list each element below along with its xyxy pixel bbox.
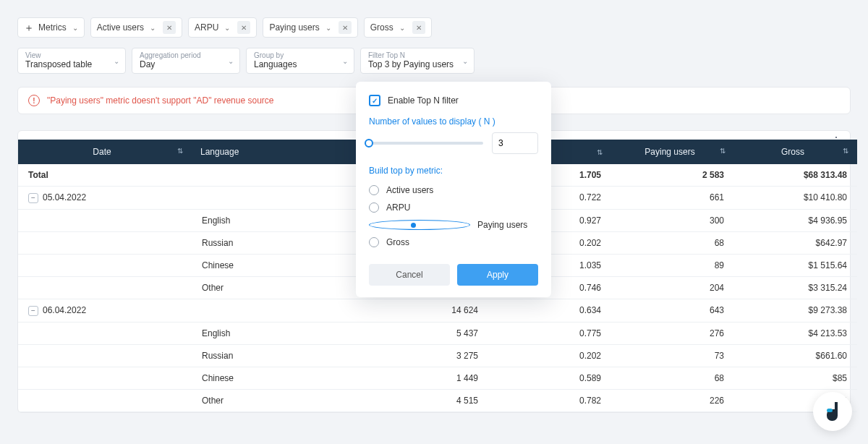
table-row: Russian3 2750.20273$661.60 xyxy=(18,344,857,367)
cell-gross: $85 xyxy=(734,367,857,389)
metric-label: Build top by metric: xyxy=(369,166,538,176)
radio-option[interactable]: Gross xyxy=(369,234,538,251)
close-icon[interactable]: ✕ xyxy=(412,21,425,34)
group-select[interactable]: Group by Languages ⌄ xyxy=(246,48,354,74)
cell-date xyxy=(18,276,192,299)
radio-label: Gross xyxy=(386,237,409,247)
collapse-icon[interactable]: − xyxy=(28,193,38,203)
chevron-down-icon: ⌄ xyxy=(462,57,468,65)
chevron-down-icon: ⌄ xyxy=(342,57,348,65)
enable-checkbox[interactable]: ✓ xyxy=(369,95,380,106)
cell-date xyxy=(18,389,192,411)
cell-language xyxy=(192,299,365,322)
chevron-down-icon: ⌄ xyxy=(114,57,119,65)
slider-knob[interactable] xyxy=(365,139,373,148)
cell-paying-users: 68 xyxy=(611,367,734,389)
cell-paying-users: 89 xyxy=(611,254,734,276)
cell-paying-users: 276 xyxy=(611,322,734,344)
cell-paying-users: 68 xyxy=(611,231,734,254)
close-icon[interactable]: ✕ xyxy=(339,21,352,34)
cell-language: Chinese xyxy=(192,254,365,276)
cell-gross: $4 936.95 xyxy=(734,209,857,231)
cell-paying-users: 2 583 xyxy=(611,164,734,187)
radio-icon[interactable] xyxy=(369,202,379,213)
table-row: −06.04.202214 6240.634643$9 273.38 xyxy=(18,299,857,322)
filter-select[interactable]: Filter Top N Top 3 by Paying users ⌄ xyxy=(360,48,475,74)
sort-icon: ⇅ xyxy=(597,148,603,156)
sort-icon: ⇅ xyxy=(720,147,726,155)
radio-label: Active users xyxy=(386,185,433,195)
metrics-label: Metrics xyxy=(38,22,67,33)
chevron-down-icon: ⌄ xyxy=(326,24,331,32)
cell-date xyxy=(18,254,192,276)
radio-icon[interactable] xyxy=(369,220,470,230)
radio-option[interactable]: Paying users xyxy=(369,216,538,234)
radio-option[interactable]: ARPU xyxy=(369,199,538,216)
cell-gross: $642.97 xyxy=(734,231,857,254)
period-select[interactable]: Aggregation period Day ⌄ xyxy=(132,48,240,74)
add-metric-button[interactable]: ＋ Metrics ⌄ xyxy=(17,17,85,38)
collapse-icon[interactable]: − xyxy=(28,306,38,316)
metric-chip-paying-users[interactable]: Paying users ⌄ ✕ xyxy=(263,17,357,38)
cancel-button[interactable]: Cancel xyxy=(369,264,450,286)
chevron-down-icon: ⌄ xyxy=(399,24,405,32)
cell-arpu: 0.202 xyxy=(488,344,611,367)
top-n-popover: ✓ Enable Top N filter Number of values t… xyxy=(356,82,551,297)
col-date[interactable]: Date⇅ xyxy=(18,140,192,164)
logo-icon xyxy=(822,401,843,422)
cell-active-users: 3 275 xyxy=(365,344,488,367)
cell-gross: $9 273.38 xyxy=(734,299,857,322)
close-icon[interactable]: ✕ xyxy=(163,21,176,34)
cell-gross: $10 410.80 xyxy=(734,187,857,210)
radio-icon[interactable] xyxy=(369,237,379,247)
metric-chip-active-users[interactable]: Active users ⌄ ✕ xyxy=(90,17,182,38)
enable-label: Enable Top N filter xyxy=(388,95,459,106)
col-paying-users[interactable]: Paying users⇅ xyxy=(611,140,734,164)
cell-paying-users: 204 xyxy=(611,276,734,299)
alert-icon: ! xyxy=(28,95,40,106)
cell-date: Total xyxy=(18,164,192,187)
cell-gross: $68 313.48 xyxy=(734,164,857,187)
col-gross[interactable]: Gross⇅ xyxy=(734,140,857,164)
view-select[interactable]: View Transposed table ⌄ xyxy=(17,48,126,74)
warning-text: "Paying users" metric doesn't support "A… xyxy=(47,95,273,106)
chevron-down-icon: ⌄ xyxy=(224,24,230,32)
cell-arpu: 0.775 xyxy=(488,322,611,344)
close-icon[interactable]: ✕ xyxy=(237,21,250,34)
chevron-down-icon: ⌄ xyxy=(150,24,156,32)
n-slider[interactable] xyxy=(369,142,483,145)
table-row: Other4 5150.782226$3 xyxy=(18,389,857,411)
cell-paying-users: 661 xyxy=(611,187,734,210)
n-input[interactable] xyxy=(492,132,538,154)
plus-icon: ＋ xyxy=(24,22,34,33)
cell-gross: $661.60 xyxy=(734,344,857,367)
radio-icon[interactable] xyxy=(369,185,379,195)
col-language[interactable]: Language xyxy=(192,140,365,164)
cell-gross: $3 315.24 xyxy=(734,276,857,299)
radio-option[interactable]: Active users xyxy=(369,182,538,199)
metric-chip-arpu[interactable]: ARPU ⌄ ✕ xyxy=(188,17,257,38)
metric-chip-row: ＋ Metrics ⌄ Active users ⌄ ✕ ARPU ⌄ ✕ Pa… xyxy=(17,17,851,38)
cell-active-users: 5 437 xyxy=(365,322,488,344)
cell-date: −06.04.2022 xyxy=(18,299,192,322)
metric-chip-gross[interactable]: Gross ⌄ ✕ xyxy=(364,17,432,38)
cell-arpu: 0.634 xyxy=(488,299,611,322)
cell-language xyxy=(192,187,365,210)
cell-date: −05.04.2022 xyxy=(18,187,192,210)
controls-row: View Transposed table ⌄ Aggregation peri… xyxy=(17,48,851,74)
cell-language: English xyxy=(192,322,365,344)
cell-active-users: 1 449 xyxy=(365,367,488,389)
cell-date xyxy=(18,344,192,367)
table-row: Chinese1 4490.58968$85 xyxy=(18,367,857,389)
table-row: English5 4370.775276$4 213.53 xyxy=(18,322,857,344)
cell-gross: $1 515.64 xyxy=(734,254,857,276)
cell-paying-users: 643 xyxy=(611,299,734,322)
cell-date xyxy=(18,367,192,389)
chevron-down-icon: ⌄ xyxy=(72,24,78,32)
cell-language: Russian xyxy=(192,344,365,367)
apply-button[interactable]: Apply xyxy=(457,264,538,286)
cell-language: Other xyxy=(192,389,365,411)
cell-paying-users: 73 xyxy=(611,344,734,367)
cell-paying-users: 300 xyxy=(611,209,734,231)
cell-arpu: 0.589 xyxy=(488,367,611,389)
